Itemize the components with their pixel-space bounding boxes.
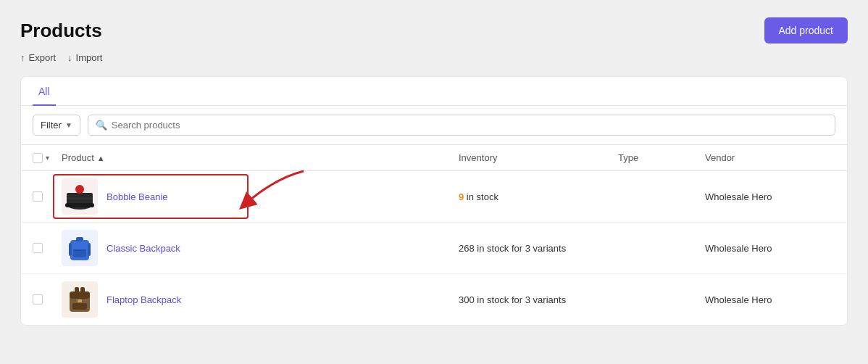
inventory-text: 268 in stock for 3 variants [459,243,566,254]
inventory-suffix: in stock [464,191,498,202]
svg-rect-18 [80,287,85,293]
col-type: Type [618,152,705,163]
sub-actions: ↑ Export ↓ Import [20,52,848,63]
chevron-down-icon: ▼ [65,121,72,129]
export-button[interactable]: ↑ Export [20,52,56,63]
search-input[interactable] [112,120,827,131]
inventory-cell: 268 in stock for 3 variants [459,243,618,254]
col-product: Product ▲ [62,152,459,163]
vendor-cell: Wholesale Hero [705,191,835,202]
svg-rect-8 [76,237,83,241]
svg-rect-15 [70,291,90,299]
inventory-cell: 9 in stock [459,191,618,202]
tabs-row: All [21,77,847,106]
page-title: Products [20,20,102,42]
search-icon: 🔍 [96,120,107,131]
product-name[interactable]: Bobble Beanie [107,191,168,202]
svg-rect-19 [78,299,82,302]
classic-backpack-image [62,230,98,266]
table-row: Bobble Beanie 9 in stock Wholesale Hero [21,171,847,223]
table-header: ▾ Product ▲ Inventory Type Vendor [21,145,847,171]
svg-point-4 [75,185,84,194]
svg-rect-12 [88,243,91,256]
col-vendor: Vendor [705,152,835,163]
products-card: All Filter ▼ 🔍 ▾ Product ▲ Invent [20,76,848,326]
product-cell: Classic Backpack [62,230,459,266]
table-row: Classic Backpack 268 in stock for 3 vari… [21,223,847,274]
product-cell: Flaptop Backpack [62,281,459,318]
filter-row: Filter ▼ 🔍 [21,106,847,145]
col-inventory: Inventory [459,152,618,163]
flaptop-backpack-image [62,281,98,318]
inventory-text: 300 in stock for 3 variants [459,294,566,305]
svg-rect-11 [69,243,72,256]
import-button[interactable]: ↓ Import [67,52,102,63]
product-name[interactable]: Flaptop Backpack [107,294,181,305]
svg-rect-5 [67,197,93,199]
row-checkbox[interactable] [33,294,43,305]
product-name[interactable]: Classic Backpack [107,243,180,254]
page-header: Products Add product [20,17,848,44]
svg-rect-17 [75,287,79,293]
bobble-beanie-image [62,178,98,215]
svg-rect-9 [73,250,86,257]
filter-button[interactable]: Filter ▼ [33,115,80,136]
row-checkbox[interactable] [33,243,43,253]
vendor-cell: Wholesale Hero [705,294,835,305]
products-page: Products Add product ↑ Export ↓ Import A… [0,0,868,364]
row-checkbox[interactable] [33,191,43,202]
inventory-cell: 300 in stock for 3 variants [459,294,618,305]
product-thumbnail [62,178,98,215]
import-label: Import [76,52,103,63]
header-checkbox-wrapper[interactable]: ▾ [33,152,62,163]
header-chevron-icon[interactable]: ▾ [46,154,49,162]
tab-all[interactable]: All [33,77,56,106]
sort-arrow-icon: ▲ [97,154,105,162]
filter-label: Filter [41,120,62,131]
search-wrapper: 🔍 [88,115,835,136]
header-checkbox[interactable] [33,153,43,163]
product-thumbnail [62,281,98,318]
table-rows-container: Bobble Beanie 9 in stock Wholesale Hero [21,171,847,325]
svg-rect-3 [65,203,94,207]
export-icon: ↑ [20,52,25,63]
table-row: Flaptop Backpack 300 in stock for 3 vari… [21,274,847,325]
product-thumbnail [62,230,98,266]
vendor-cell: Wholesale Hero [705,243,835,254]
add-product-button[interactable]: Add product [764,17,848,44]
import-icon: ↓ [67,52,72,63]
svg-rect-16 [72,303,87,310]
export-label: Export [29,52,57,63]
product-cell: Bobble Beanie [62,178,459,215]
